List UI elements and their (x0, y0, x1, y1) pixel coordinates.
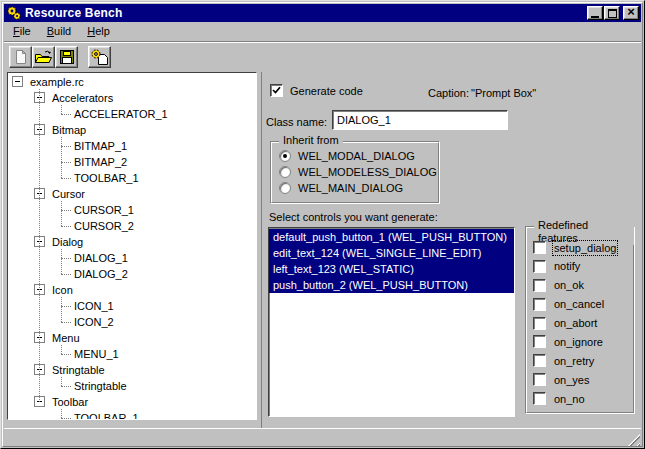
tree-item-label[interactable]: BITMAP_2 (74, 154, 127, 170)
tree-connector (61, 210, 71, 211)
generate-code-checkbox[interactable] (270, 84, 283, 97)
tree-item-label[interactable]: Icon (52, 282, 73, 298)
tree-item-label[interactable]: MENU_1 (74, 346, 119, 362)
tree-row[interactable]: Icon (8, 282, 256, 298)
class-name-input[interactable] (332, 110, 508, 130)
tree-row[interactable]: Menu (8, 330, 256, 346)
tree-row[interactable]: Stringtable (8, 362, 256, 378)
tree-expand-box[interactable] (12, 76, 23, 87)
tree-row[interactable]: Dialog (8, 234, 256, 250)
controls-listbox[interactable]: default_push_button_1 (WEL_PUSH_BUTTON)e… (268, 227, 515, 417)
tree-item-label[interactable]: TOOLBAR_1 (74, 170, 139, 186)
tree-row[interactable]: Stringtable (8, 378, 256, 394)
save-file-button[interactable] (55, 46, 78, 68)
close-button[interactable]: × (623, 6, 639, 20)
tree-item-label[interactable]: ICON_2 (74, 314, 114, 330)
tree-row[interactable]: ICON_2 (8, 314, 256, 330)
tree-row[interactable]: Accelerators (8, 90, 256, 106)
checkbox-icon (533, 335, 546, 348)
feature-checkbox-on_yes[interactable]: on_yes (533, 373, 634, 386)
radio-option-wel_main_dialog[interactable]: WEL_MAIN_DIALOG (279, 182, 403, 194)
tree-item-label[interactable]: ICON_1 (74, 298, 114, 314)
open-file-button[interactable] (32, 46, 55, 68)
tree-row[interactable]: BITMAP_1 (8, 138, 256, 154)
tree-item-label[interactable]: BITMAP_1 (74, 138, 127, 154)
tree-item-label[interactable]: Menu (52, 330, 80, 346)
tree-item-label[interactable]: Accelerators (52, 90, 113, 106)
tree-item-label[interactable]: Toolbar (52, 394, 88, 410)
feature-options: setup_dialognotifyon_okon_cancelon_abort… (526, 227, 634, 413)
radio-option-wel_modeless_dialog[interactable]: WEL_MODELESS_DIALOG (279, 166, 437, 178)
inherit-from-group: Inherit from WEL_MODAL_DIALOGWEL_MODELES… (270, 141, 440, 204)
generate-code-row: Generate code (270, 84, 363, 97)
tree-connector (61, 114, 71, 115)
tree-item-label[interactable]: DIALOG_2 (74, 266, 128, 282)
tree-row[interactable]: CURSOR_2 (8, 218, 256, 234)
new-file-button[interactable] (9, 46, 32, 68)
build-button[interactable] (88, 46, 111, 68)
radio-label: WEL_MAIN_DIALOG (298, 182, 403, 194)
title-bar[interactable]: Resource Bench × (4, 4, 641, 22)
tree-item-label[interactable]: Bitmap (52, 122, 86, 138)
tree-connector (61, 297, 62, 322)
tree-connector (61, 345, 62, 354)
feature-label: on_no (554, 393, 585, 405)
tree-item-label[interactable]: CURSOR_2 (74, 218, 134, 234)
list-item[interactable]: default_push_button_1 (WEL_PUSH_BUTTON) (269, 229, 514, 245)
tree-item-label[interactable]: example.rc (30, 74, 84, 90)
tree-connector (61, 409, 62, 418)
maximize-button[interactable] (604, 6, 620, 20)
tree-row[interactable]: Cursor (8, 186, 256, 202)
resize-grip[interactable] (627, 434, 640, 447)
save-floppy-icon (59, 49, 75, 65)
tree-row[interactable]: Bitmap (8, 122, 256, 138)
tree-item-label[interactable]: Stringtable (52, 362, 105, 378)
tree-row[interactable]: ACCELERATOR_1 (8, 106, 256, 122)
tree-row[interactable]: DIALOG_2 (8, 266, 256, 282)
list-item[interactable]: edit_text_124 (WEL_SINGLE_LINE_EDIT) (269, 245, 514, 261)
tree-row[interactable]: TOOLBAR_1 (8, 170, 256, 186)
tree-row[interactable]: CURSOR_1 (8, 202, 256, 218)
feature-checkbox-notify[interactable]: notify (533, 260, 634, 273)
maximize-icon (608, 9, 617, 18)
class-name-label: Class name: (266, 116, 327, 128)
menu-item-build[interactable]: Build (39, 23, 79, 40)
feature-checkbox-on_ignore[interactable]: on_ignore (533, 335, 634, 348)
tree-item-label[interactable]: ACCELERATOR_1 (74, 106, 168, 122)
tree-row[interactable]: Toolbar (8, 394, 256, 410)
menu-item-help[interactable]: Help (79, 23, 118, 40)
feature-checkbox-on_no[interactable]: on_no (533, 392, 634, 405)
feature-checkbox-on_ok[interactable]: on_ok (533, 279, 634, 292)
tree-item-label[interactable]: Stringtable (74, 378, 127, 394)
caption-value: "Prompt Box" (471, 87, 536, 99)
tree-row[interactable]: DIALOG_1 (8, 250, 256, 266)
list-item[interactable]: push_button_2 (WEL_PUSH_BUTTON) (269, 277, 514, 293)
build-gears-icon (90, 49, 109, 65)
radio-dot (283, 154, 287, 158)
tree-item-label[interactable]: Cursor (52, 186, 85, 202)
resource-tree[interactable]: example.rcAcceleratorsACCELERATOR_1Bitma… (7, 72, 257, 420)
client-area: example.rcAcceleratorsACCELERATOR_1Bitma… (4, 71, 641, 428)
tree-row[interactable]: ICON_1 (8, 298, 256, 314)
list-item[interactable]: left_text_123 (WEL_STATIC) (269, 261, 514, 277)
tree-row[interactable]: BITMAP_2 (8, 154, 256, 170)
tree-row[interactable]: MENU_1 (8, 346, 256, 362)
tree-item-label[interactable]: Dialog (52, 234, 83, 250)
checkbox-icon (533, 317, 546, 330)
tree-row[interactable]: example.rc (8, 74, 256, 90)
feature-checkbox-setup_dialog[interactable]: setup_dialog (533, 241, 634, 254)
tree-connector (61, 258, 71, 259)
minimize-button[interactable] (587, 6, 603, 20)
feature-checkbox-on_retry[interactable]: on_retry (533, 354, 634, 367)
feature-label: on_retry (554, 355, 594, 367)
tree-item-label[interactable]: TOOLBAR_1 (74, 410, 139, 420)
feature-checkbox-on_abort[interactable]: on_abort (533, 317, 634, 330)
tree-row[interactable]: TOOLBAR_1 (8, 410, 256, 420)
tree-connector (61, 137, 62, 178)
radio-option-wel_modal_dialog[interactable]: WEL_MODAL_DIALOG (279, 150, 415, 162)
feature-label: notify (554, 260, 580, 272)
tree-item-label[interactable]: DIALOG_1 (74, 250, 128, 266)
menu-item-file[interactable]: File (5, 23, 39, 40)
tree-item-label[interactable]: CURSOR_1 (74, 202, 134, 218)
feature-checkbox-on_cancel[interactable]: on_cancel (533, 298, 634, 311)
